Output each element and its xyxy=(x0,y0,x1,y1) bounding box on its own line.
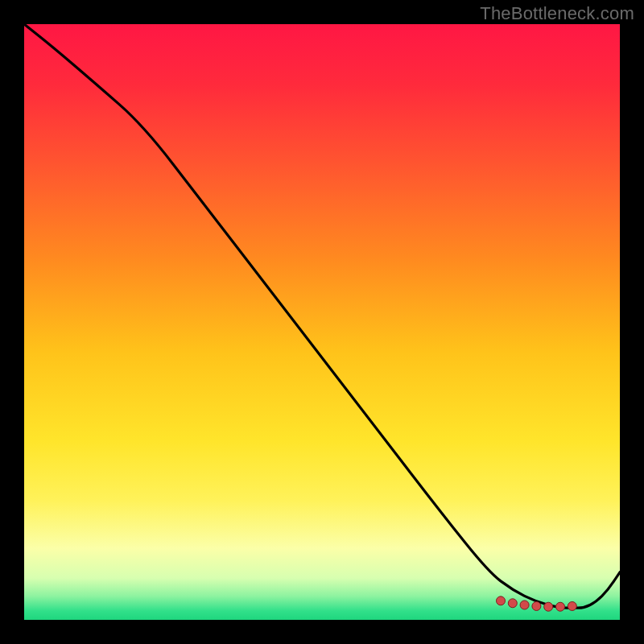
plot-area xyxy=(24,24,620,620)
attribution-text: TheBottleneck.com xyxy=(480,3,634,24)
marker-dot xyxy=(544,602,553,611)
gradient-background xyxy=(24,24,620,620)
marker-dot xyxy=(568,601,576,610)
chart-svg xyxy=(24,24,620,620)
marker-dot xyxy=(508,599,517,608)
chart-frame: TheBottleneck.com xyxy=(0,0,644,644)
marker-dot xyxy=(532,601,541,610)
marker-dot xyxy=(556,602,565,611)
marker-dot xyxy=(497,597,506,605)
marker-dot xyxy=(520,601,529,609)
